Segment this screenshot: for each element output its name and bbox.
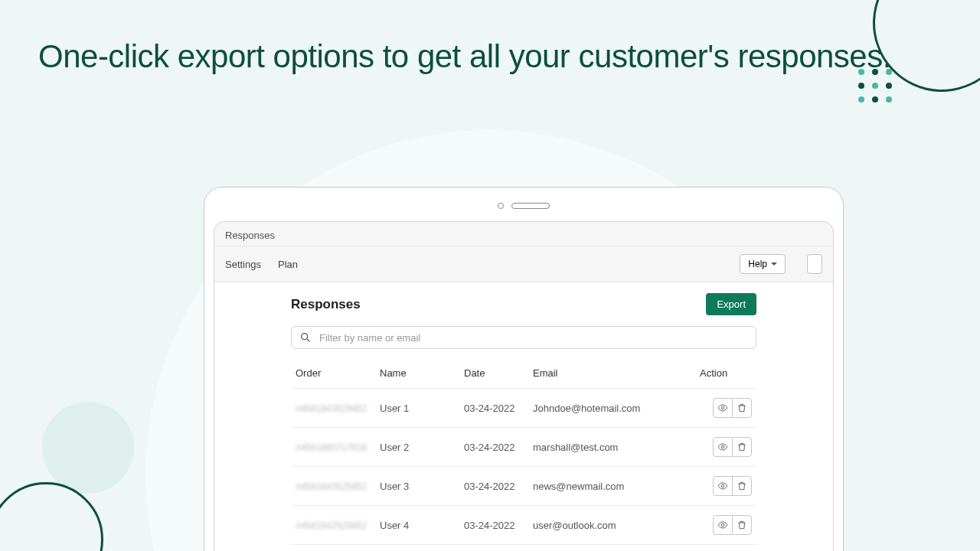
delete-button[interactable] xyxy=(732,476,752,496)
overflow-button[interactable] xyxy=(807,254,822,274)
delete-button[interactable] xyxy=(732,398,752,418)
cell-date: 03-24-2022 xyxy=(459,506,528,545)
trash-icon xyxy=(737,442,747,452)
view-button[interactable] xyxy=(713,437,733,457)
cell-date: 03-24-2022 xyxy=(459,428,528,467)
search-icon xyxy=(299,331,312,344)
help-button[interactable]: Help xyxy=(740,254,786,274)
cell-date: 03-24-2022 xyxy=(459,467,528,506)
table-row: #4581865717916User 203-24-2022marshall@t… xyxy=(291,428,756,467)
tablet-notch xyxy=(214,197,834,215)
svg-line-1 xyxy=(307,339,309,341)
nav-settings[interactable]: Settings xyxy=(225,259,261,270)
svg-point-5 xyxy=(721,523,724,527)
eye-icon xyxy=(717,403,728,413)
cell-email: Johndoe@hotemail.com xyxy=(528,389,695,428)
cell-name: User 2 xyxy=(375,428,459,467)
export-button[interactable]: Export xyxy=(706,293,756,315)
delete-button[interactable] xyxy=(732,515,752,535)
delete-button[interactable] xyxy=(732,437,752,457)
svg-point-0 xyxy=(302,334,308,340)
search-field[interactable] xyxy=(291,326,756,349)
cell-name: User 1 xyxy=(375,389,459,428)
th-email: Email xyxy=(528,361,695,389)
chevron-down-icon xyxy=(771,262,777,266)
th-action: Action xyxy=(695,361,756,389)
th-date: Date xyxy=(459,361,528,389)
top-nav: Settings Plan Help xyxy=(214,246,833,282)
trash-icon xyxy=(737,403,747,413)
cell-order: #4581865717916 xyxy=(296,442,367,453)
content-area: Responses Export Order Name Date Email xyxy=(214,282,833,551)
svg-point-4 xyxy=(721,484,724,487)
cell-email: marshall@test.com xyxy=(528,428,695,467)
table-row: #4581842525652User 403-24-2022user@outlo… xyxy=(291,506,756,545)
app-screen: Responses Settings Plan Help Responses E… xyxy=(214,221,834,551)
breadcrumb: Responses xyxy=(214,222,833,246)
cell-date: 03-23-2022 xyxy=(459,545,528,552)
view-button[interactable] xyxy=(713,476,733,496)
background-circle-small xyxy=(42,402,134,494)
search-input[interactable] xyxy=(312,332,748,344)
responses-table: Order Name Date Email Action #4581843529… xyxy=(291,361,756,551)
nav-plan[interactable]: Plan xyxy=(278,259,298,270)
headline: One-click export options to get all your… xyxy=(38,37,891,77)
cell-email: person@gmail.com xyxy=(528,545,695,552)
tablet-frame: Responses Settings Plan Help Responses E… xyxy=(204,187,844,551)
cell-name: User 4 xyxy=(375,506,459,545)
eye-icon xyxy=(717,442,728,452)
eye-icon xyxy=(717,520,728,530)
table-row: #4581843529452User 103-24-2022Johndoe@ho… xyxy=(291,389,756,428)
view-button[interactable] xyxy=(713,515,733,535)
trash-icon xyxy=(737,520,747,530)
cell-email: user@outlook.com xyxy=(528,506,695,545)
svg-point-3 xyxy=(721,445,724,448)
cell-order: #4581842525652 xyxy=(296,520,367,531)
cell-name: User 5 xyxy=(375,545,459,552)
page-title: Responses xyxy=(291,297,361,312)
th-name: Name xyxy=(375,361,459,389)
table-row: #4581843525852User 303-24-2022news@newma… xyxy=(291,467,756,506)
table-row: #4581843525452User 503-23-2022person@gma… xyxy=(291,545,756,552)
cell-order: #4581843529452 xyxy=(296,403,367,414)
help-label: Help xyxy=(748,259,767,269)
view-button[interactable] xyxy=(713,398,733,418)
trash-icon xyxy=(737,481,747,491)
cell-name: User 3 xyxy=(375,467,459,506)
cell-date: 03-24-2022 xyxy=(459,389,528,428)
eye-icon xyxy=(717,481,728,491)
cell-email: news@newmail.com xyxy=(528,467,695,506)
cell-order: #4581843525852 xyxy=(296,481,367,492)
svg-point-2 xyxy=(721,406,724,409)
th-order: Order xyxy=(291,361,375,389)
